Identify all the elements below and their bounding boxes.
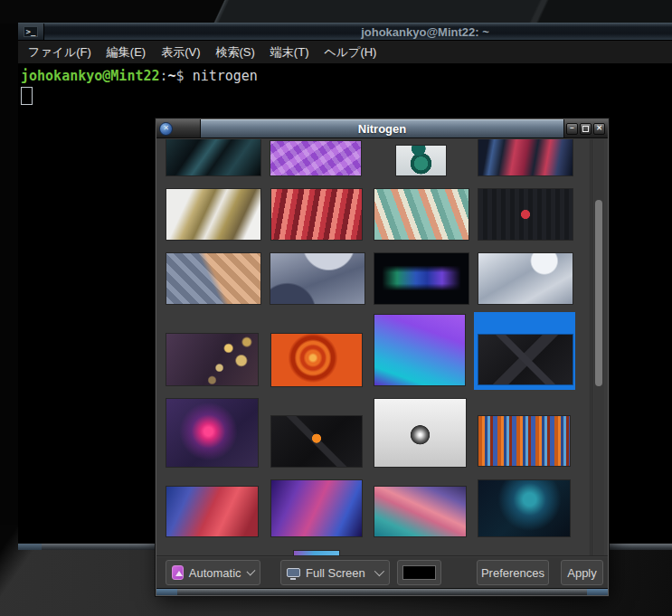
nitrogen-titlebar-center: Nitrogen — [201, 119, 563, 137]
wallpaper-thumb-red-spikes[interactable] — [271, 189, 362, 240]
nitrogen-app-icon[interactable]: ✕ — [159, 122, 173, 136]
terminal-titlebar[interactable]: >_ johokankyo@Mint22: ~ — [18, 23, 672, 41]
minimize-button[interactable]: − — [566, 123, 578, 135]
typed-command: nitrogen — [193, 68, 258, 84]
maximize-button[interactable] — [580, 123, 592, 135]
terminal-resize-grip[interactable] — [18, 544, 42, 550]
wallpaper-thumb-chrome-sphere[interactable] — [374, 399, 466, 467]
wallpaper-thumb-partial-next-row[interactable] — [294, 551, 339, 556]
nitrogen-window-title: Nitrogen — [358, 122, 406, 136]
wallpaper-thumb-red-blue-blur[interactable] — [166, 487, 258, 536]
maximize-icon — [582, 126, 589, 132]
chevron-down-icon — [374, 566, 384, 576]
vertical-scrollbar-track[interactable] — [592, 139, 604, 556]
nitrogen-titlebar-left-cap: ✕ — [156, 119, 201, 137]
apply-button[interactable]: Apply — [561, 560, 603, 585]
wallpaper-thumb-gray-waves[interactable] — [270, 253, 364, 304]
nitrogen-titlebar[interactable]: ✕ Nitrogen − ✕ — [156, 119, 608, 138]
monitor-icon — [287, 568, 300, 577]
background-color-picker[interactable] — [397, 560, 441, 585]
wallpaper-thumb-orange-swirl[interactable] — [271, 334, 362, 386]
wallpaper-grid — [156, 139, 608, 556]
wallpaper-thumb-purple-teal-wave[interactable] — [374, 315, 465, 385]
nitrogen-bottom-frame — [156, 588, 608, 595]
wallpaper-thumb-purple-sparkle[interactable] — [271, 480, 362, 536]
prompt-colon: : — [160, 68, 168, 84]
nitrogen-window: ✕ Nitrogen − ✕ Automatic — [156, 119, 608, 595]
menu-item[interactable]: 検索(S) — [216, 44, 255, 61]
scale-select-value: Full Screen — [306, 566, 365, 580]
nitrogen-titlebar-right-cap: − ✕ — [563, 119, 608, 137]
wallpaper-thumb-pink-glow[interactable] — [166, 399, 258, 467]
menu-item[interactable]: ヘルプ(H) — [324, 44, 376, 61]
menu-item[interactable]: 表示(V) — [161, 44, 200, 61]
wallpaper-thumb-orange-diamond-dark[interactable] — [271, 416, 362, 467]
terminal-cursor — [21, 87, 33, 105]
terminal-window-icon-box: >_ — [18, 24, 44, 40]
wallpaper-thumb-orange-blue-stripes[interactable] — [478, 416, 570, 466]
close-button[interactable]: ✕ — [593, 123, 605, 135]
wallpaper-thumb-dark-circuit[interactable] — [166, 139, 260, 175]
wallpaper-thumb-red-diamond-dark[interactable] — [478, 189, 573, 240]
wallpaper-thumb-dark-teal-glow[interactable] — [478, 480, 570, 536]
wallpaper-thumb-rainbow-ribbon-dark[interactable] — [374, 253, 469, 304]
wallpaper-thumb-bokeh-lights[interactable] — [166, 334, 258, 385]
wallpaper-thumb-dark-weave-selected[interactable] — [478, 335, 573, 384]
terminal-window-title: johokankyo@Mint22: ~ — [18, 24, 672, 40]
vertical-scrollbar-thumb[interactable] — [595, 200, 602, 386]
color-swatch — [402, 565, 436, 580]
nitrogen-bottom-bar: Automatic Full Screen Preferences Apply — [156, 557, 608, 588]
desktop: >_ johokankyo@Mint22: ~ ファイル(F)編集(E)表示(V… — [0, 0, 672, 616]
menu-item[interactable]: 編集(E) — [107, 44, 146, 61]
terminal-prompt-line: johokankyo@Mint22:~$ nitrogen — [21, 67, 672, 85]
wallpaper-thumb-red-blue-ribbons[interactable] — [478, 139, 573, 175]
desktop-wallpaper-top — [0, 0, 672, 24]
nitrogen-resize-grip-left[interactable] — [156, 589, 177, 595]
wallpaper-thumb-purple-cubes[interactable] — [270, 141, 361, 175]
chevron-down-icon — [246, 566, 255, 575]
mode-select-value: Automatic — [189, 566, 241, 580]
wallpaper-thumb-gold-ribbon[interactable] — [166, 189, 260, 240]
menu-item[interactable]: 端末(T) — [270, 44, 309, 61]
preferences-button[interactable]: Preferences — [477, 560, 549, 585]
prompt-path: ~ — [168, 68, 176, 84]
wallpaper-thumb-light-folds[interactable] — [478, 253, 573, 304]
wallpaper-thumb-teal-coral-pipes[interactable] — [374, 189, 469, 240]
wallpaper-thumb-teal-swirl[interactable] — [396, 146, 446, 175]
menu-item[interactable]: ファイル(F) — [28, 44, 91, 61]
image-icon — [172, 565, 184, 580]
grid-scroll-divider — [590, 139, 591, 555]
wallpaper-thumb-blue-tan-stripes[interactable] — [166, 253, 260, 304]
wallpaper-thumb-pink-teal-swirl[interactable] — [374, 487, 466, 536]
terminal-icon: >_ — [24, 26, 39, 37]
prompt-dollar: $ — [176, 68, 193, 84]
mode-select[interactable]: Automatic — [166, 560, 260, 585]
terminal-menubar: ファイル(F)編集(E)表示(V)検索(S)端末(T)ヘルプ(H) — [18, 41, 672, 63]
prompt-user-host: johokankyo@Mint22 — [21, 68, 160, 84]
scale-select[interactable]: Full Screen — [280, 560, 390, 585]
nitrogen-resize-grip-right[interactable] — [587, 589, 608, 595]
